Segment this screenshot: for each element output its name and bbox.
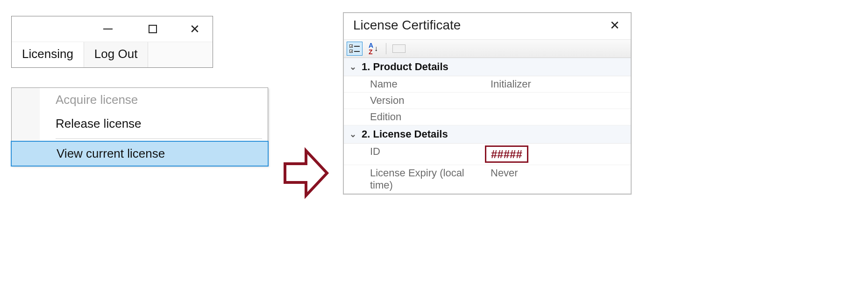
- chevron-down-icon: ⌄: [349, 129, 357, 139]
- toolbar-separator: [386, 43, 386, 54]
- row-name-label: Name: [344, 78, 489, 90]
- menuitem-release-license[interactable]: Release license: [12, 112, 268, 136]
- row-name-value: Initializer: [489, 78, 631, 90]
- categorized-view-button[interactable]: [347, 42, 363, 56]
- dialog-close-button[interactable]: ✕: [606, 18, 623, 33]
- sort-az-icon: AZ ↓: [369, 42, 378, 55]
- row-expiry-label: License Expiry (local time): [344, 167, 489, 191]
- menu-licensing[interactable]: Licensing: [12, 42, 84, 67]
- window-titlebar: ✕: [12, 16, 213, 42]
- property-pages-icon: [392, 44, 406, 53]
- chevron-down-icon: ⌄: [349, 62, 357, 72]
- row-version[interactable]: Version: [344, 93, 631, 109]
- row-id[interactable]: ID #####: [344, 144, 631, 165]
- row-edition-value: [489, 111, 631, 123]
- row-edition-label: Edition: [344, 111, 489, 123]
- licensing-dropdown: Acquire license Release license View cur…: [11, 87, 268, 166]
- arrow-icon: [280, 145, 332, 201]
- license-certificate-dialog: License Certificate ✕ AZ ↓ ⌄ 1. Product …: [343, 12, 632, 195]
- row-version-label: Version: [344, 94, 489, 107]
- minimize-button[interactable]: [94, 16, 122, 42]
- row-version-value: [489, 94, 631, 107]
- row-id-label: ID: [344, 145, 489, 163]
- section-product-details-label: 1. Product Details: [362, 61, 448, 73]
- close-button[interactable]: ✕: [181, 16, 209, 42]
- row-expiry[interactable]: License Expiry (local time) Never: [344, 165, 631, 194]
- row-edition[interactable]: Edition: [344, 109, 631, 125]
- menu-logout[interactable]: Log Out: [84, 42, 149, 67]
- dropdown-separator: [56, 138, 262, 139]
- menuitem-acquire-license: Acquire license: [12, 88, 268, 112]
- maximize-button[interactable]: [139, 16, 167, 42]
- property-toolbar: AZ ↓: [344, 40, 631, 58]
- dialog-titlebar: License Certificate ✕: [344, 13, 631, 40]
- row-expiry-value: Never: [489, 167, 631, 191]
- minimize-icon: [103, 29, 113, 29]
- categorized-icon: [349, 44, 360, 53]
- dialog-title: License Certificate: [353, 18, 461, 33]
- maximize-icon: [149, 25, 157, 33]
- close-icon: ✕: [610, 18, 620, 32]
- id-value-highlight: #####: [485, 145, 528, 163]
- section-license-details-label: 2. License Details: [362, 128, 448, 140]
- alphabetical-sort-button[interactable]: AZ ↓: [365, 42, 381, 56]
- property-grid: ⌄ 1. Product Details Name Initializer Ve…: [344, 58, 631, 194]
- menuitem-view-current-license[interactable]: View current license: [11, 141, 269, 167]
- section-product-details[interactable]: ⌄ 1. Product Details: [344, 58, 631, 76]
- row-id-value: #####: [489, 145, 631, 163]
- close-icon: ✕: [190, 22, 200, 36]
- row-name[interactable]: Name Initializer: [344, 76, 631, 93]
- menu-bar: Licensing Log Out: [12, 42, 213, 67]
- property-pages-button[interactable]: [391, 42, 407, 56]
- menu-window: ✕ Licensing Log Out: [11, 16, 213, 68]
- section-license-details[interactable]: ⌄ 2. License Details: [344, 125, 631, 144]
